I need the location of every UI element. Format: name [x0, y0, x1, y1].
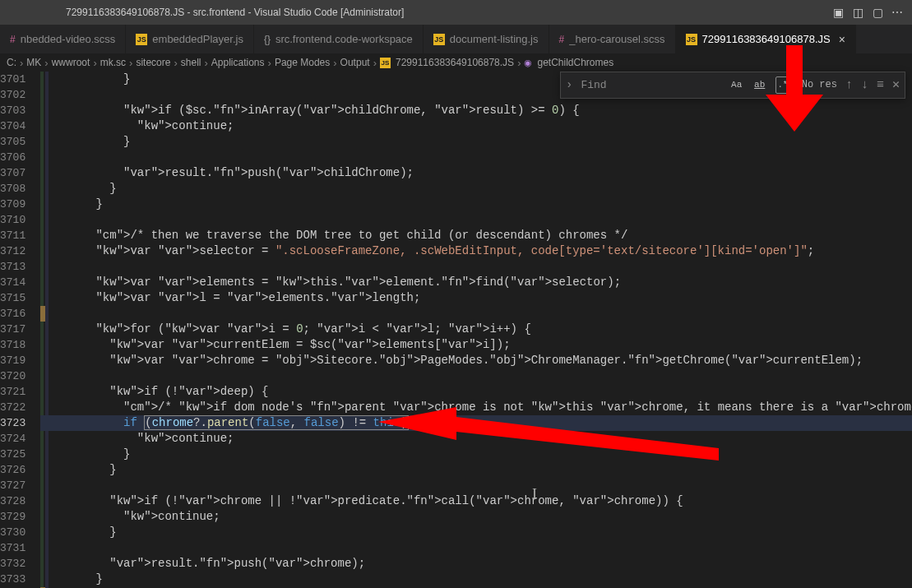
breadcrumb-item[interactable]: Applications — [211, 57, 265, 68]
chevron-right-icon: › — [268, 57, 271, 69]
tab-label: _hero-carousel.scss — [569, 33, 664, 45]
chevron-right-icon[interactable]: › — [566, 77, 572, 93]
tab-document-listing-js[interactable]: JSdocument-listing.js — [424, 25, 549, 53]
chevron-right-icon: › — [44, 57, 48, 69]
find-menu-icon[interactable]: ≡ — [877, 77, 884, 93]
breadcrumb-item[interactable]: sitecore — [136, 57, 170, 68]
sass-icon: # — [559, 34, 565, 45]
breadcrumb-item[interactable]: JS7299116383649106878.JS — [380, 57, 514, 68]
close-tab-button[interactable]: × — [839, 33, 845, 46]
code-line[interactable]: "kw">continue; — [40, 431, 912, 447]
code-line[interactable]: "cm">/* "kw">if dom node's "fn">parent "… — [40, 400, 912, 415]
breadcrumb-item[interactable]: MK — [26, 57, 41, 68]
tab--hero-carousel-scss[interactable]: #_hero-carousel.scss — [549, 25, 676, 53]
code-line[interactable]: "kw">var "var">elements = "kw">this."var… — [40, 275, 912, 290]
sass-icon: # — [10, 34, 16, 45]
code-line[interactable]: "kw">var "var">currentElem = $sc("var">e… — [40, 337, 912, 353]
breadcrumb[interactable]: C:›MK›wwwroot›mk.sc›sitecore›shell›Appli… — [0, 53, 912, 72]
code-line[interactable]: } — [40, 525, 912, 540]
code-line[interactable]: "cm">/* then we traverse the DOM tree to… — [40, 228, 912, 243]
code-line[interactable] — [40, 306, 912, 322]
code-line[interactable]: } — [40, 447, 912, 462]
title-bar: 7299116383649106878.JS - src.frontend - … — [0, 0, 912, 25]
code-line[interactable] — [40, 478, 912, 493]
code-body[interactable]: } "kw">if ($sc."fn">inArray("var">childC… — [40, 72, 912, 588]
code-line[interactable]: "kw">var "var">chrome = "obj">Sitecore."… — [40, 353, 912, 368]
code-line[interactable] — [40, 150, 912, 165]
code-line[interactable]: "kw">var "var">selector = ".scLooseFrame… — [40, 243, 912, 259]
code-line[interactable]: "kw">for ("kw">var "var">i = 0; "var">i … — [40, 322, 912, 337]
find-result-text: No res — [802, 77, 837, 93]
breadcrumb-item[interactable]: Output — [340, 57, 370, 68]
title-icons: ▣ ◫ ▢ ⋯ — [831, 6, 904, 19]
layout-icon[interactable]: ▣ — [831, 6, 845, 19]
code-line[interactable]: } — [40, 134, 912, 150]
tab-label: nbedded-video.scss — [21, 33, 116, 45]
code-line[interactable] — [40, 212, 912, 228]
chevron-right-icon: › — [204, 57, 207, 69]
tab-label: embeddedPlayer.js — [152, 33, 243, 45]
panel-icon[interactable]: ▢ — [871, 6, 884, 19]
code-line[interactable]: "kw">if ($sc."fn">inArray("var">childChr… — [40, 103, 912, 118]
tab-label: src.frontend.code-workspace — [275, 33, 413, 45]
prev-match-button[interactable]: ↑ — [845, 77, 853, 93]
code-line[interactable]: } — [40, 197, 912, 212]
match-case-button[interactable]: Aa — [729, 77, 744, 93]
chevron-right-icon: › — [20, 57, 23, 69]
code-line[interactable]: "kw">if (!"var">deep) { — [40, 384, 912, 400]
breadcrumb-item[interactable]: shell — [181, 57, 201, 68]
code-line[interactable]: } — [40, 572, 912, 587]
breadcrumb-item[interactable]: wwwroot — [52, 57, 90, 68]
window-title: 7299116383649106878.JS - src.frontend - … — [66, 7, 831, 18]
more-icon[interactable]: ⋯ — [891, 6, 904, 19]
code-line[interactable] — [40, 259, 912, 275]
close-find-button[interactable]: ✕ — [892, 77, 900, 93]
line-gutter: 3701370237033704370537063707370837093710… — [0, 72, 40, 588]
chevron-right-icon: › — [174, 57, 177, 69]
tabs-bar: #nbedded-video.scssJSembeddedPlayer.js{}… — [0, 25, 912, 53]
chevron-right-icon: › — [333, 57, 336, 69]
code-line[interactable]: "kw">continue; — [40, 509, 912, 525]
code-line[interactable]: } — [40, 462, 912, 478]
tab-embeddedplayer-js[interactable]: JSembeddedPlayer.js — [126, 25, 254, 53]
split-icon[interactable]: ◫ — [851, 6, 864, 19]
js-icon: JS — [136, 34, 147, 45]
js-icon: JS — [380, 58, 391, 68]
breadcrumb-item[interactable]: mk.sc — [100, 57, 126, 68]
code-line[interactable]: } — [40, 181, 912, 197]
code-line[interactable]: "kw">continue; — [40, 118, 912, 134]
code-line[interactable]: "kw">var "var">l = "var">elements."var">… — [40, 290, 912, 306]
tab-label: 7299116383649106878.JS — [702, 33, 831, 45]
js-icon: JS — [433, 34, 445, 45]
chevron-right-icon: › — [93, 57, 96, 69]
tab-nbedded-video-scss[interactable]: #nbedded-video.scss — [0, 25, 126, 53]
code-line[interactable] — [40, 540, 912, 556]
find-widget[interactable]: › Aa ab .* No res ↑ ↓ ≡ ✕ — [560, 72, 905, 99]
tab-label: document-listing.js — [450, 33, 539, 45]
code-line[interactable]: if (chrome?.parent(false, false) != this… — [40, 415, 912, 431]
whole-word-button[interactable]: ab — [752, 77, 767, 93]
code-line[interactable]: "var">result."fn">push("var">chrome); — [40, 556, 912, 572]
regex-button[interactable]: .* — [775, 76, 790, 94]
code-line[interactable] — [40, 368, 912, 384]
next-match-button[interactable]: ↓ — [861, 77, 868, 93]
chevron-right-icon: › — [517, 57, 521, 69]
tab-7299116383649106878-js[interactable]: JS7299116383649106878.JS× — [676, 25, 856, 53]
workspace-icon: {} — [264, 34, 271, 45]
breadcrumb-item[interactable]: C: — [7, 57, 16, 68]
editor[interactable]: 3701370237033704370537063707370837093710… — [0, 72, 912, 588]
find-input[interactable] — [581, 76, 720, 95]
code-line[interactable]: "var">result."fn">push("var">childChrome… — [40, 165, 912, 181]
tab-src-frontend-code-workspace[interactable]: {}src.frontend.code-workspace — [254, 25, 424, 53]
code-line[interactable]: "kw">if (!"var">chrome || !"var">predica… — [40, 493, 912, 509]
text-cursor-icon: I — [532, 487, 537, 502]
js-icon: JS — [686, 34, 697, 45]
chevron-right-icon: › — [373, 57, 377, 69]
breadcrumb-item[interactable]: ◉getChildChromes — [524, 57, 613, 68]
breadcrumb-item[interactable]: Page Modes — [275, 57, 330, 68]
chevron-right-icon: › — [129, 57, 132, 69]
method-icon: ◉ — [524, 58, 532, 68]
